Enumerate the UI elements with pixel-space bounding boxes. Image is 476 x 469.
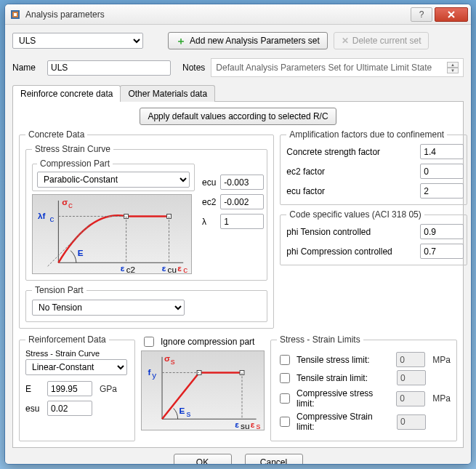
add-set-button[interactable]: ＋ Add new Analysis Parameters set — [168, 32, 328, 49]
svg-text:s: s — [257, 421, 261, 430]
cancel-label: Cancel — [260, 457, 287, 465]
svg-text:ε: ε — [251, 420, 255, 429]
svg-text:ε: ε — [177, 263, 182, 273]
ecu-label: ecu — [202, 177, 216, 188]
name-input[interactable] — [47, 60, 171, 76]
titlebar: Analysis parameters ? — [5, 4, 471, 25]
svg-text:f: f — [148, 367, 150, 377]
notes-up-icon[interactable]: ▲ — [447, 62, 459, 68]
compressive-strain-row[interactable]: Compressive Strain limit: — [277, 412, 451, 432]
amplification-group: Amplification factors due to confinement… — [280, 129, 467, 205]
ecu-factor-label: ecu factor — [286, 186, 416, 196]
concrete-data-group: Concrete Data Stress Strain Curve Compre… — [19, 129, 274, 329]
analysis-set-select[interactable]: ULS — [12, 33, 143, 49]
limits-group: Stress - Strain Limits Tensile stress li… — [270, 334, 457, 441]
svg-line-10 — [48, 223, 91, 266]
E-input[interactable] — [47, 381, 92, 396]
esu-input[interactable] — [47, 401, 92, 416]
delete-x-icon: ✕ — [342, 36, 349, 46]
tensile-stress-input — [396, 352, 425, 367]
cancel-button[interactable]: Cancel — [245, 454, 303, 465]
name-notes-row: Name Notes Default Analysis Parameters S… — [12, 58, 464, 77]
svg-text:y: y — [152, 370, 156, 380]
concrete-strength-label: Concrete strength factor — [286, 147, 416, 157]
ignore-compression-row[interactable]: Ignore compression part — [141, 334, 265, 349]
lambda-input[interactable] — [220, 214, 264, 229]
ec2-input[interactable] — [220, 194, 264, 209]
compressive-stress-input — [396, 391, 425, 406]
window-title: Analysis parameters — [25, 9, 411, 20]
svg-text:E: E — [179, 406, 185, 415]
notes-text: Default Analysis Parameters Set for Ulti… — [216, 63, 432, 73]
svg-text:c: c — [68, 200, 73, 209]
tensile-strain-checkbox[interactable] — [280, 373, 290, 383]
amplification-legend: Amplification factors due to confinement — [286, 129, 447, 140]
tensile-stress-checkbox[interactable] — [280, 355, 290, 365]
phi-compression-input[interactable] — [420, 244, 464, 259]
notes-down-icon[interactable]: ▼ — [447, 68, 459, 73]
concrete-graph: σc λfc E εc2 εcu εc — [32, 194, 192, 274]
add-set-label: Add new Analysis Parameters set — [190, 36, 320, 46]
compression-model-select[interactable]: Parabolic-Constant — [37, 172, 190, 188]
tensile-strain-label: Tensile strain limit: — [297, 373, 392, 383]
svg-text:σ: σ — [62, 197, 68, 207]
plus-icon: ＋ — [176, 36, 186, 46]
ignore-compression-checkbox[interactable] — [144, 337, 154, 347]
svg-text:λf: λf — [38, 211, 46, 220]
lambda-label: λ — [202, 217, 216, 227]
tension-part-group: Tension Part No Tension — [25, 285, 267, 322]
tab-container: Reinforce concrete data Other Materials … — [12, 84, 464, 448]
svg-text:c: c — [183, 265, 187, 273]
tab-other-materials[interactable]: Other Materials data — [120, 85, 215, 102]
delete-set-label: Delete current set — [352, 36, 421, 46]
tensile-strain-row[interactable]: Tensile strain limit: — [277, 370, 451, 385]
compressive-stress-checkbox[interactable] — [280, 393, 290, 404]
footer: OK Cancel — [12, 454, 464, 465]
svg-text:su: su — [241, 421, 249, 430]
steel-graph: σs fy Es εsu εs — [141, 350, 265, 430]
compressive-stress-label: Compressive stress limit: — [297, 388, 392, 409]
tension-model-select[interactable]: No Tension — [32, 300, 185, 316]
ec2-factor-input[interactable] — [420, 164, 464, 179]
tab-reinforce-concrete[interactable]: Reinforce concrete data — [12, 85, 121, 102]
svg-text:c2: c2 — [126, 265, 135, 273]
ok-button[interactable]: OK — [174, 454, 232, 465]
ecu-factor-input[interactable] — [420, 183, 464, 199]
notes-display[interactable]: Default Analysis Parameters Set for Ulti… — [211, 58, 464, 77]
compressive-strain-label: Compressive Strain limit: — [297, 412, 392, 432]
stress-strain-legend: Stress Strain Curve — [32, 144, 113, 154]
ecu-input[interactable] — [220, 175, 264, 190]
ec2-label: ec2 — [202, 197, 216, 207]
limits-legend: Stress - Strain Limits — [277, 334, 363, 345]
svg-text:s: s — [171, 356, 175, 366]
tensile-stress-unit: MPa — [432, 355, 451, 365]
help-button[interactable]: ? — [411, 7, 432, 22]
tensile-stress-row[interactable]: Tensile stress limit: MPa — [277, 352, 451, 367]
reinforcement-model-select[interactable]: Linear-Constant — [25, 359, 127, 375]
phi-tension-input[interactable] — [420, 224, 464, 239]
phi-tension-label: phi Tension controlled — [286, 227, 416, 237]
tension-part-legend: Tension Part — [32, 285, 86, 295]
tab-strip: Reinforce concrete data Other Materials … — [12, 84, 464, 102]
E-label: E — [25, 384, 43, 394]
phi-compression-label: phi Compression controlled — [286, 246, 416, 257]
apply-defaults-button[interactable]: Apply default values according to select… — [140, 108, 336, 125]
svg-text:s: s — [186, 409, 190, 418]
compressive-stress-row[interactable]: Compressive stress limit: MPa — [277, 388, 451, 409]
svg-text:σ: σ — [164, 353, 170, 363]
reinforcement-data-group: Reinforcement Data Stress - Strain Curve… — [19, 334, 135, 441]
app-icon — [9, 9, 21, 20]
compressive-strain-checkbox[interactable] — [280, 417, 290, 427]
compressive-strain-input — [397, 414, 426, 430]
concrete-strength-input[interactable] — [420, 144, 464, 159]
client-area: ULS ＋ Add new Analysis Parameters set ✕ … — [5, 25, 471, 464]
reinforcement-legend: Reinforcement Data — [25, 334, 109, 345]
close-button[interactable] — [435, 7, 468, 22]
svg-text:c: c — [50, 214, 55, 223]
stress-strain-group: Stress Strain Curve Compression Part Par… — [25, 144, 267, 281]
dialog-window: Analysis parameters ? ULS ＋ Add new Anal… — [4, 4, 472, 465]
delete-set-button: ✕ Delete current set — [334, 32, 429, 49]
svg-rect-2 — [14, 13, 17, 16]
concrete-data-legend: Concrete Data — [25, 129, 87, 140]
reinf-stress-strain-legend: Stress - Strain Curve — [25, 349, 129, 358]
